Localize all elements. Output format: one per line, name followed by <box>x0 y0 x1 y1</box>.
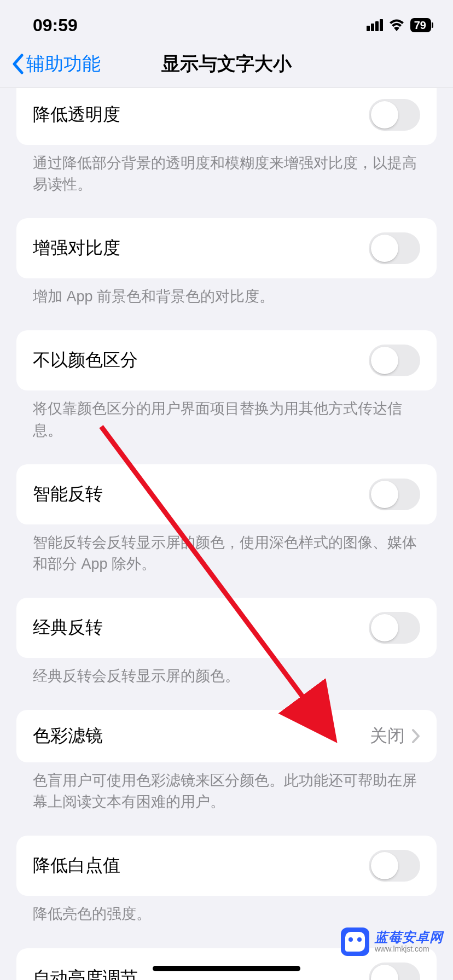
status-indicators: 79 <box>367 18 431 32</box>
back-button[interactable]: 辅助功能 <box>11 51 101 77</box>
color-filters-label: 色彩滤镜 <box>33 724 103 748</box>
watermark: 蓝莓安卓网 www.lmkjst.com <box>341 928 443 956</box>
settings-content: 降低透明度 通过降低部分背景的透明度和模糊度来增强对比度，以提高易读性。 增强对… <box>0 88 453 980</box>
reduce-transparency-label: 降低透明度 <box>33 103 120 127</box>
smart-invert-toggle[interactable] <box>369 479 420 510</box>
color-filters-footer: 色盲用户可使用色彩滤镜来区分颜色。此功能还可帮助在屏幕上阅读文本有困难的用户。 <box>16 762 437 813</box>
navigation-bar: 辅助功能 显示与文字大小 <box>0 43 453 88</box>
cellular-signal-icon <box>367 19 383 31</box>
reduce-white-point-toggle[interactable] <box>369 850 420 882</box>
auto-brightness-toggle[interactable] <box>369 962 420 980</box>
smart-invert-label: 智能反转 <box>33 482 103 506</box>
reduce-transparency-toggle[interactable] <box>369 99 420 131</box>
reduce-white-point-cell[interactable]: 降低白点值 <box>16 836 437 896</box>
classic-invert-toggle[interactable] <box>369 612 420 644</box>
chevron-right-icon <box>411 728 420 744</box>
classic-invert-cell[interactable]: 经典反转 <box>16 598 437 658</box>
wifi-icon <box>388 19 405 31</box>
watermark-url: www.lmkjst.com <box>375 945 443 953</box>
watermark-logo-icon <box>341 928 369 956</box>
battery-level: 79 <box>412 19 428 32</box>
differentiate-without-color-cell[interactable]: 不以颜色区分 <box>16 330 437 390</box>
increase-contrast-label: 增强对比度 <box>33 236 120 260</box>
differentiate-without-color-footer: 将仅靠颜色区分的用户界面项目替换为用其他方式传达信息。 <box>16 390 437 441</box>
differentiate-without-color-toggle[interactable] <box>369 345 420 376</box>
smart-invert-cell[interactable]: 智能反转 <box>16 464 437 524</box>
increase-contrast-cell[interactable]: 增强对比度 <box>16 218 437 278</box>
battery-icon: 79 <box>410 18 431 32</box>
color-filters-value: 关闭 <box>370 724 405 748</box>
increase-contrast-footer: 增加 App 前景色和背景色的对比度。 <box>16 278 437 307</box>
status-bar: 09:59 79 <box>0 0 453 43</box>
differentiate-without-color-label: 不以颜色区分 <box>33 348 138 372</box>
color-filters-value-container: 关闭 <box>370 724 420 748</box>
color-filters-cell[interactable]: 色彩滤镜 关闭 <box>16 710 437 762</box>
reduce-transparency-footer: 通过降低部分背景的透明度和模糊度来增强对比度，以提高易读性。 <box>16 145 437 195</box>
home-indicator[interactable] <box>153 966 300 971</box>
auto-brightness-label: 自动亮度调节 <box>33 966 138 980</box>
smart-invert-footer: 智能反转会反转显示屏的颜色，使用深色样式的图像、媒体和部分 App 除外。 <box>16 524 437 575</box>
status-time: 09:59 <box>33 15 78 36</box>
page-title: 显示与文字大小 <box>161 51 292 77</box>
classic-invert-label: 经典反转 <box>33 616 103 640</box>
classic-invert-footer: 经典反转会反转显示屏的颜色。 <box>16 658 437 687</box>
back-label: 辅助功能 <box>26 51 101 77</box>
increase-contrast-toggle[interactable] <box>369 232 420 264</box>
reduce-white-point-label: 降低白点值 <box>33 854 120 878</box>
reduce-white-point-footer: 降低亮色的强度。 <box>16 896 437 925</box>
chevron-left-icon <box>11 54 24 74</box>
watermark-title: 蓝莓安卓网 <box>375 930 443 944</box>
reduce-transparency-cell[interactable]: 降低透明度 <box>16 88 437 145</box>
